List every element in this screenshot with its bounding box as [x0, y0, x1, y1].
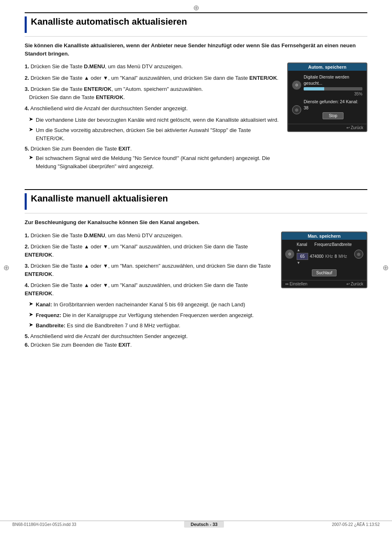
section2-content: 1. Drücken Sie die Taste D.MENU, um das …: [25, 232, 367, 348]
tv2-footer: ⇔ Einstellen ↩ Zurück: [282, 280, 367, 287]
tv2-icon2: ◎: [354, 250, 363, 259]
step1-2-num: 2.: [25, 75, 29, 81]
footer-right-text: 2007-05-22 ¿ÄËÄ 1:13:52: [332, 522, 380, 527]
page-footer: BN68-01186H-01Ger-0515.indd 33 Deutsch -…: [0, 521, 392, 528]
step1-1-num: 1.: [25, 63, 29, 69]
tv2-freq-val: 474000: [310, 254, 323, 259]
step2-5-container: 5. Anschließend wird die Anzahl der durc…: [25, 333, 273, 339]
tv2-col2: Frequenz: [314, 242, 332, 247]
step2-4: 4. Drücken Sie die Taste ▲ oder ▼, um "K…: [25, 281, 273, 297]
note1-1-text: Die vorhandene Liste der bevorzugten Kan…: [36, 116, 279, 124]
note2-freq-text: Frequenz: Die in der Kanalgruppe zur Ver…: [36, 311, 254, 320]
step1-3-num: 3.: [25, 86, 29, 92]
note2-kanal-arrow: ➤: [29, 301, 33, 307]
step2-4-num: 4.: [25, 282, 29, 288]
tv-box-manual: Man. speichern ⚙ Kanal Frequenz Bandbrei…: [281, 232, 367, 288]
tv2-scan-row: Suchlauf: [285, 268, 363, 278]
step2-6-num: 6.: [25, 342, 29, 348]
tv2-col-headers: Kanal Frequenz Bandbreite: [297, 242, 352, 247]
tv1-footer-label: ↩ Zurück: [346, 125, 363, 130]
step1-2: 2. Drücken Sie die Taste ▲ oder ▼, um "K…: [25, 74, 279, 82]
tv1-footer: ↩ Zurück: [288, 124, 367, 131]
section2-text: 1. Drücken Sie die Taste D.MENU, um das …: [25, 232, 273, 348]
step2-2: 2. Drücken Sie die Taste ▲ oder ▼, um "K…: [25, 243, 273, 259]
tv2-up-arrow: ▲: [297, 248, 352, 252]
tv2-icon1: ⚙: [285, 250, 294, 259]
note2-bw-text: Bandbreite: Es sind die Bandbreiten 7 un…: [36, 322, 180, 330]
note1-1-arrow: ➤: [29, 116, 33, 122]
section1-blue-bar: [25, 16, 27, 33]
step2-1: 1. Drücken Sie die Taste D.MENU, um das …: [25, 232, 273, 240]
section-auto: Kanalliste automatisch aktualisieren Sie…: [25, 12, 367, 173]
tv1-body: ⚙ Digitale Dienste werden gesucht... 35%…: [288, 71, 367, 124]
section2-steps: 1. Drücken Sie die Taste D.MENU, um das …: [25, 232, 273, 298]
note1-2-text: Um die Suche vorzeitig abzubrechen, drüc…: [36, 126, 279, 142]
tv2-values-row: 65 474000 KHz 8 MHz: [297, 253, 352, 260]
note1-2: ➤ Um die Suche vorzeitig abzubrechen, dr…: [29, 126, 279, 142]
section1-title-bar: Kanalliste automatisch aktualisieren: [25, 12, 367, 37]
tv2-body: ⚙ Kanal Frequenz Bandbreite ▲: [282, 240, 367, 280]
tv2-content1: Kanal Frequenz Bandbreite ▲ 65 474000 KH…: [297, 242, 352, 266]
tv1-icon1: ⚙: [292, 81, 301, 90]
tv2-khz-label: KHz: [325, 254, 333, 259]
step2-3-num: 3.: [25, 263, 29, 269]
page-container: ⊕ ⊕ ⊕ Kanalliste automatisch aktualisier…: [0, 0, 392, 535]
step2-3: 3. Drücken Sie die Taste ▲ oder ▼, um "M…: [25, 262, 273, 278]
tv2-scan-button[interactable]: Suchlauf: [312, 269, 337, 276]
note2-bw-arrow: ➤: [29, 322, 33, 328]
tv1-row1: ⚙ Digitale Dienste werden gesucht... 35%: [292, 74, 362, 96]
note1-1: ➤ Die vorhandene Liste der bevorzugten K…: [29, 116, 279, 124]
tv1-stop-button[interactable]: Stop: [323, 112, 344, 119]
step2-5-num: 5.: [25, 333, 29, 339]
step2-6-container: 6. Drücken Sie zum Beenden die Taste EXI…: [25, 342, 273, 348]
section2-intro: Zur Beschleunigung der Kanalsuche können…: [25, 218, 367, 227]
note2-kanal-text: Kanal: In Großbritannien werden nacheina…: [36, 301, 245, 309]
tv2-footer-left: ⇔ Einstellen: [285, 282, 307, 286]
tv1-content2: Dienste gefunden: 24 Kanal: 38 Stop: [304, 99, 362, 120]
step2-1-num: 1.: [25, 232, 29, 239]
tv1-progress-bar: [304, 87, 362, 90]
footer-page-number: Deutsch - 33: [184, 521, 224, 528]
section1-title: Kanalliste automatisch aktualisieren: [31, 16, 187, 27]
reg-mark-right: ⊕: [383, 263, 389, 272]
note2-freq: ➤ Frequenz: Die in der Kanalgruppe zur V…: [29, 311, 273, 320]
section1-intro: Sie können die Kanalliste aktualisieren,…: [25, 42, 367, 58]
step1-4-num: 4.: [25, 105, 29, 111]
tv2-col3: Bandbreite: [332, 242, 352, 247]
note1-2-arrow: ➤: [29, 126, 33, 132]
tv2-mhz-label: MHz: [339, 254, 347, 259]
step1-4: 4. Anschließend wird die Anzahl der durc…: [25, 104, 279, 113]
reg-mark-top: ⊕: [193, 3, 199, 12]
step1-5-num: 5.: [25, 146, 29, 152]
note2-kanal: ➤ Kanal: In Großbritannien werden nachei…: [29, 301, 273, 309]
tv2-row1: ⚙ Kanal Frequenz Bandbreite ▲: [285, 242, 363, 266]
note1-final-arrow: ➤: [29, 154, 33, 160]
tv1-header: Autom. speichern: [288, 63, 367, 71]
section1-steps: 1. Drücken Sie die Taste D.MENU, um das …: [25, 63, 279, 113]
note2-freq-arrow: ➤: [29, 311, 33, 317]
step1-3: 3. Drücken Sie die Taste ENTER/OK, um "A…: [25, 85, 279, 101]
tv2-kanal-val: 65: [297, 253, 308, 260]
note2-bw: ➤ Bandbreite: Es sind die Bandbreiten 7 …: [29, 322, 273, 330]
note1-final: ➤ Bei schwachem Signal wird die Meldung …: [29, 154, 279, 170]
tv1-icon2: ◎: [292, 105, 301, 114]
note1-final-text: Bei schwachem Signal wird die Meldung "N…: [36, 154, 279, 170]
reg-mark-left: ⊕: [3, 263, 9, 272]
step1-1: 1. Drücken Sie die Taste D.MENU, um das …: [25, 63, 279, 71]
tv2-footer-right: ↩ Zurück: [346, 282, 363, 286]
tv2-col1: Kanal: [297, 242, 314, 247]
tv1-searching-text: Digitale Dienste werden gesucht...: [304, 74, 362, 86]
tv2-header: Man. speichern: [282, 232, 367, 240]
tv2-down-arrow: ▼: [297, 261, 352, 265]
tv1-content1: Digitale Dienste werden gesucht... 35%: [304, 74, 362, 96]
tv1-row2: ◎ Dienste gefunden: 24 Kanal: 38 Stop: [292, 99, 362, 120]
section2-title-bar: Kanalliste manuell aktualisieren: [25, 189, 367, 213]
tv-box-auto: Autom. speichern ⚙ Digitale Dienste werd…: [287, 63, 367, 132]
section2-title: Kanalliste manuell aktualisieren: [31, 193, 168, 204]
tv1-progress-fill: [304, 87, 324, 90]
section1-text: 1. Drücken Sie die Taste D.MENU, um das …: [25, 63, 279, 173]
step2-2-num: 2.: [25, 243, 29, 250]
tv1-progress-label: 35%: [304, 92, 362, 96]
section2-blue-bar: [25, 193, 27, 210]
tv1-found-text: Dienste gefunden: 24 Kanal: 38: [304, 99, 362, 111]
